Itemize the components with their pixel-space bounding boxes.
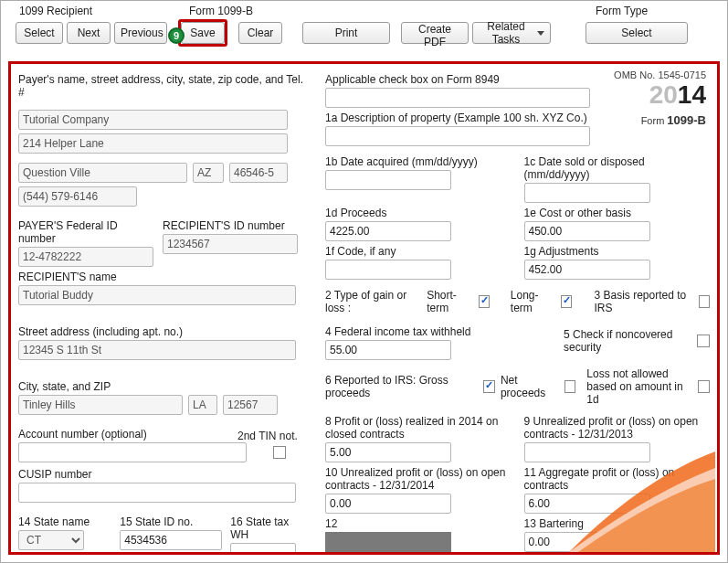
recipient-name-label: RECIPIENT'S name xyxy=(18,271,309,283)
b-input[interactable] xyxy=(325,170,451,190)
related-tasks-button[interactable]: Related Tasks xyxy=(472,22,551,44)
left-column: Payer's name, street address, city, stat… xyxy=(18,69,309,547)
state2-input[interactable] xyxy=(188,395,217,415)
street2-label: Street address (including apt. no.) xyxy=(18,325,309,338)
chevron-down-icon xyxy=(537,31,544,36)
payer-id-input[interactable] xyxy=(18,247,153,267)
header-type: Form Type xyxy=(596,5,720,17)
net-label: Net proceeds xyxy=(501,374,559,399)
rep-label: 6 Reported to IRS: Gross proceeds xyxy=(325,374,478,399)
payer-zip-input[interactable] xyxy=(229,163,288,183)
account-input[interactable] xyxy=(18,442,247,462)
recipient-name-input[interactable] xyxy=(18,285,296,305)
payer-street-input[interactable] xyxy=(18,133,288,154)
payer-phone-input[interactable] xyxy=(18,186,137,207)
f14-label: 14 State name xyxy=(18,515,114,528)
year-suffix: 14 xyxy=(678,80,706,109)
basis-checkbox[interactable] xyxy=(699,295,710,308)
f8-label: 8 Profit or (loss) realized in 2014 on c… xyxy=(325,415,512,441)
save-button[interactable]: Save xyxy=(181,22,225,44)
save-highlight: 9 Save xyxy=(178,19,227,47)
select-button[interactable]: Select xyxy=(16,22,63,44)
f11-label: 11 Aggregate profit or (loss) on contrac… xyxy=(524,466,711,492)
tin2-label: 2nd TIN not. xyxy=(237,430,298,442)
account-label: Account number (optional) xyxy=(18,428,232,441)
print-button[interactable]: Print xyxy=(302,22,390,44)
right-column: OMB No. 1545-0715 2014 Form 1099-B Appli… xyxy=(325,69,710,547)
f13-input[interactable] xyxy=(524,532,650,552)
loss-label: Loss not allowed based on amount in 1d xyxy=(586,367,692,406)
appl-input[interactable] xyxy=(325,88,590,108)
fed-label: 4 Federal income tax withheld xyxy=(325,325,551,338)
tax-year: 2014 xyxy=(614,80,706,110)
c-input[interactable] xyxy=(524,183,650,203)
payer-company-input[interactable] xyxy=(18,110,288,130)
zip2-input[interactable] xyxy=(223,395,278,415)
tin2-checkbox[interactable] xyxy=(273,446,286,459)
f9-label: 9 Unrealized profit or (loss) on open co… xyxy=(524,415,711,441)
c-label: 1c Date sold or disposed (mm/dd/yyyy) xyxy=(524,155,711,181)
f8-input[interactable] xyxy=(325,442,451,462)
loss-checkbox[interactable] xyxy=(698,380,710,393)
toolbar: 1099 Recipient Form 1099-B Form Type Sel… xyxy=(1,1,727,52)
gross-checkbox[interactable] xyxy=(483,380,495,393)
long-term-checkbox[interactable] xyxy=(561,295,572,308)
app-window: 1099 Recipient Form 1099-B Form Type Sel… xyxy=(0,0,728,563)
payer-city-input[interactable] xyxy=(18,163,187,183)
step-badge: 9 xyxy=(168,27,185,44)
type-label: 2 Type of gain or loss : xyxy=(325,289,419,314)
f13-label: 13 Bartering xyxy=(524,517,711,530)
clear-button[interactable]: Clear xyxy=(238,22,282,44)
f16-input[interactable] xyxy=(230,543,296,555)
f15-label: 15 State ID no. xyxy=(120,515,225,528)
f12-block xyxy=(325,532,451,552)
f10-input[interactable] xyxy=(325,494,451,514)
net-checkbox[interactable] xyxy=(564,380,576,393)
form-content: Payer's name, street address, city, stat… xyxy=(8,61,720,555)
noncov-checkbox[interactable] xyxy=(697,335,710,347)
f12-label: 12 xyxy=(325,517,512,530)
form-type-select-button[interactable]: Select xyxy=(586,22,688,44)
related-tasks-label: Related Tasks xyxy=(479,20,533,46)
g-label: 1g Adjustments xyxy=(524,245,711,258)
next-button[interactable]: Next xyxy=(67,22,111,44)
cusip-input[interactable] xyxy=(18,483,296,503)
form-name: Form 1099-B xyxy=(614,113,706,127)
fed-input[interactable] xyxy=(325,340,451,360)
d-label: 1d Proceeds xyxy=(325,207,512,219)
city2-input[interactable] xyxy=(18,395,183,415)
f15-input[interactable] xyxy=(120,530,222,550)
omb-label: OMB No. 1545-0715 xyxy=(614,69,706,80)
year-prefix: 20 xyxy=(649,80,678,109)
short-term-checkbox[interactable] xyxy=(479,295,490,308)
header-recipient: 1099 Recipient xyxy=(19,5,189,17)
payer-state-input[interactable] xyxy=(193,163,224,183)
b-label: 1b Date acquired (mm/dd/yyyy) xyxy=(325,155,512,168)
f-label: 1f Code, if any xyxy=(325,245,512,258)
desc-input[interactable] xyxy=(325,126,590,146)
header-form: Form 1099-B xyxy=(189,5,596,17)
street2-input[interactable] xyxy=(18,340,296,360)
cusip-label: CUSIP number xyxy=(18,468,309,481)
f14-state-select[interactable]: CT xyxy=(18,530,84,550)
form-meta: OMB No. 1545-0715 2014 Form 1099-B xyxy=(614,69,706,127)
short-term-label: Short-term xyxy=(427,289,471,314)
e-input[interactable] xyxy=(524,221,650,241)
e-label: 1e Cost or other basis xyxy=(524,207,711,219)
recipient-id-input[interactable] xyxy=(163,234,298,254)
recipient-id-label: RECIPIENT'S ID number xyxy=(163,219,301,232)
payer-id-label: PAYER'S Federal ID number xyxy=(18,219,157,245)
f-input[interactable] xyxy=(325,260,451,280)
create-pdf-button[interactable]: Create PDF xyxy=(401,22,469,44)
previous-button[interactable]: Previous xyxy=(114,22,167,44)
payer-header-label: Payer's name, street address, city, stat… xyxy=(18,73,309,99)
basis-label: 3 Basis reported to IRS xyxy=(595,289,691,314)
f11-input[interactable] xyxy=(524,494,650,514)
noncov-label: 5 Check if noncovered security xyxy=(564,328,691,354)
long-term-label: Long-term xyxy=(511,289,554,314)
f10-label: 10 Unrealized profit or (loss) on open c… xyxy=(325,466,512,492)
d-input[interactable] xyxy=(325,221,451,241)
csz-label: City, state, and ZIP xyxy=(18,380,309,393)
g-input[interactable] xyxy=(524,260,650,280)
f9-input[interactable] xyxy=(524,442,650,462)
